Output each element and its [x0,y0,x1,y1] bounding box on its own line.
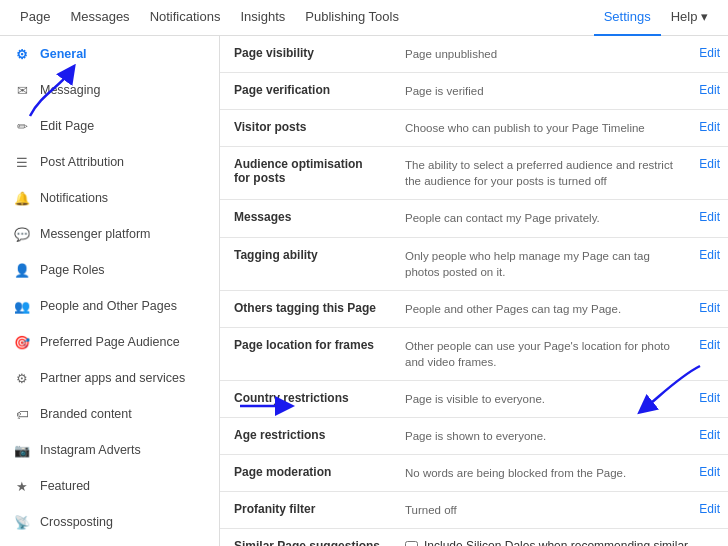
sidebar-item-preferred-audience[interactable]: 🎯 Preferred Page Audience [0,324,219,360]
nav-help[interactable]: Help ▾ [661,0,718,36]
instagram-icon: 📷 [12,440,32,460]
edit-link[interactable]: Edit [699,46,720,60]
sidebar-item-edit-page[interactable]: ✏ Edit Page [0,108,219,144]
edit-link[interactable]: Edit [699,157,720,171]
edit-link[interactable]: Edit [699,428,720,442]
sidebar-label-page-roles: Page Roles [40,263,105,277]
settings-table: Page visibility Page unpublished Edit Pa… [220,36,728,546]
table-row: Profanity filter Turned off Edit [220,492,728,529]
row-value: Page is verified [395,73,688,110]
table-row: Others tagging this Page People and othe… [220,290,728,327]
nav-notifications[interactable]: Notifications [140,0,231,36]
row-edit-cell: Edit [688,327,728,380]
table-row: Age restrictions Page is shown to everyo… [220,418,728,455]
sidebar-item-branded-content[interactable]: 🏷 Branded content [0,396,219,432]
nav-page[interactable]: Page [10,0,60,36]
sidebar-label-crossposting: Crossposting [40,515,113,529]
broadcast-icon: 📡 [12,512,32,532]
main-content: Page visibility Page unpublished Edit Pa… [220,36,728,546]
edit-link[interactable]: Edit [699,301,720,315]
nav-messages[interactable]: Messages [60,0,139,36]
sidebar-item-page-support[interactable]: 📥 Page Support Inbox [0,540,219,546]
edit-link[interactable]: Edit [699,120,720,134]
similar-page-expanded-content: Include Silicon Dales when recommending … [405,539,718,546]
nav-insights[interactable]: Insights [230,0,295,36]
target-icon: 🎯 [12,332,32,352]
row-label: Page verification [220,73,395,110]
row-label: Audience optimisation for posts [220,147,395,200]
sidebar-item-post-attribution[interactable]: ☰ Post Attribution [0,144,219,180]
sidebar-item-notifications[interactable]: 🔔 Notifications [0,180,219,216]
bell-icon: 🔔 [12,188,32,208]
tag-icon: 🏷 [12,404,32,424]
sidebar: ⚙ General ✉ Messaging ✏ Edit Page ☰ Post… [0,36,220,546]
sidebar-item-featured[interactable]: ★ Featured [0,468,219,504]
sidebar-item-messenger-platform[interactable]: 💬 Messenger platform [0,216,219,252]
nav-settings[interactable]: Settings [594,0,661,36]
nav-publishing-tools[interactable]: Publishing Tools [295,0,409,36]
edit-link[interactable]: Edit [699,502,720,516]
row-edit-cell: Edit [688,381,728,418]
sidebar-label-general: General [40,47,87,61]
row-label: Country restrictions [220,381,395,418]
chat-icon: 💬 [12,224,32,244]
table-row: Page verification Page is verified Edit [220,73,728,110]
similar-page-checkbox-row: Include Silicon Dales when recommending … [405,539,718,546]
sidebar-item-instagram-adverts[interactable]: 📷 Instagram Adverts [0,432,219,468]
row-edit-cell: Edit [688,237,728,290]
gear-icon: ⚙ [12,44,32,64]
row-label: Others tagging this Page [220,290,395,327]
sidebar-label-instagram-adverts: Instagram Adverts [40,443,141,457]
sidebar-item-crossposting[interactable]: 📡 Crossposting [0,504,219,540]
row-value: Other people can use your Page's locatio… [395,327,688,380]
row-edit-cell: Edit [688,200,728,237]
sidebar-item-messaging[interactable]: ✉ Messaging [0,72,219,108]
person-icon: 👤 [12,260,32,280]
row-value: The ability to select a preferred audien… [395,147,688,200]
sidebar-label-messaging: Messaging [40,83,100,97]
edit-link[interactable]: Edit [699,210,720,224]
row-value: Page unpublished [395,36,688,73]
row-label: Page location for frames [220,327,395,380]
sidebar-item-partner-apps[interactable]: ⚙ Partner apps and services [0,360,219,396]
table-row: Page moderation No words are being block… [220,455,728,492]
star-icon: ★ [12,476,32,496]
row-edit-cell: Edit [688,455,728,492]
sidebar-label-messenger-platform: Messenger platform [40,227,150,241]
edit-link[interactable]: Edit [699,83,720,97]
row-edit-cell: Edit [688,418,728,455]
sidebar-item-page-roles[interactable]: 👤 Page Roles [0,252,219,288]
message-icon: ✉ [12,80,32,100]
sidebar-label-branded-content: Branded content [40,407,132,421]
row-edit-cell: Edit [688,73,728,110]
sidebar-label-partner-apps: Partner apps and services [40,371,185,385]
edit-link[interactable]: Edit [699,465,720,479]
table-row: Page location for frames Other people ca… [220,327,728,380]
row-label: Visitor posts [220,110,395,147]
row-edit-cell: Edit [688,290,728,327]
similar-page-checkbox[interactable] [405,541,418,546]
attribution-icon: ☰ [12,152,32,172]
table-row: Country restrictions Page is visible to … [220,381,728,418]
sidebar-item-people-other-pages[interactable]: 👥 People and Other Pages [0,288,219,324]
edit-link[interactable]: Edit [699,248,720,262]
top-nav: Page Messages Notifications Insights Pub… [0,0,728,36]
apps-icon: ⚙ [12,368,32,388]
edit-link[interactable]: Edit [699,391,720,405]
people-icon: 👥 [12,296,32,316]
row-value: People can contact my Page privately. [395,200,688,237]
sidebar-label-people-other-pages: People and Other Pages [40,299,177,313]
row-value: Page is shown to everyone. [395,418,688,455]
similar-page-suggestions-row: Similar Page suggestions Include Silicon… [220,529,728,546]
row-value: Choose who can publish to your Page Time… [395,110,688,147]
sidebar-item-general[interactable]: ⚙ General [0,36,219,72]
row-label: Age restrictions [220,418,395,455]
row-label: Tagging ability [220,237,395,290]
table-row: Messages People can contact my Page priv… [220,200,728,237]
similar-page-label: Similar Page suggestions [220,529,395,546]
row-edit-cell: Edit [688,492,728,529]
row-label: Profanity filter [220,492,395,529]
sidebar-label-edit-page: Edit Page [40,119,94,133]
edit-link[interactable]: Edit [699,338,720,352]
row-value: People and other Pages can tag my Page. [395,290,688,327]
